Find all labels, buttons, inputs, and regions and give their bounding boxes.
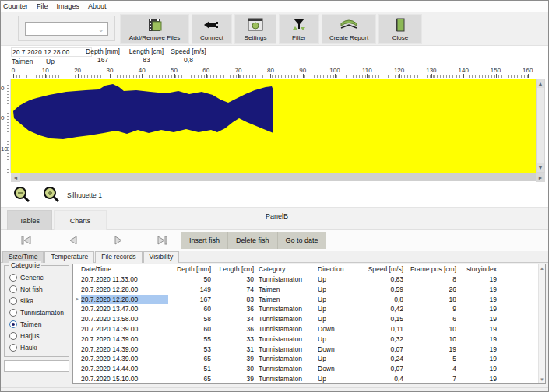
table-cell[interactable]: Up	[318, 285, 358, 295]
column-header-depth-mm-[interactable]: Depth [mm]	[168, 264, 211, 275]
table-cell[interactable]: 20.7.2020 14.44.00	[81, 364, 168, 374]
menu-file[interactable]: File	[34, 2, 55, 10]
table-cell[interactable]: 10	[403, 324, 456, 334]
table-cell[interactable]: 10	[403, 334, 456, 345]
table-cell[interactable]: 39	[211, 374, 254, 384]
close-button[interactable]: Close	[378, 14, 422, 44]
table-cell[interactable]: 34	[211, 314, 254, 324]
category-radio-tunnistamaton[interactable]: Tunnistamaton	[9, 309, 64, 317]
column-header-frame-pos-cm-[interactable]: Frame pos [cm]	[403, 264, 456, 275]
go-to-date-button[interactable]: Go to date	[278, 232, 326, 249]
table-cell[interactable]: 19	[456, 304, 497, 314]
table-cell[interactable]: 19	[456, 295, 497, 305]
table-cell[interactable]: 0,4	[358, 374, 403, 384]
table-cell[interactable]: 19	[403, 345, 456, 355]
table-cell[interactable]: 19	[456, 354, 497, 364]
scroll-right-icon[interactable]: ►	[536, 173, 545, 182]
create-report-button[interactable]: Create Report	[322, 14, 376, 44]
table-cell[interactable]: Up	[318, 314, 358, 324]
category-radio-taimen[interactable]: Taimen	[9, 320, 41, 328]
zoom-in-button[interactable]	[41, 185, 62, 205]
category-extra-box[interactable]	[4, 360, 69, 372]
table-cell[interactable]: 0,07	[358, 364, 403, 374]
scroll-up-icon[interactable]: ▲	[537, 79, 544, 88]
table-row[interactable]: 20.7.2020 15.10.006539TunnistamatonUp0,4…	[73, 374, 545, 384]
table-cell[interactable]: 9	[403, 304, 456, 314]
table-cell[interactable]: 20.7.2020 14.39.00	[81, 324, 168, 334]
table-cell[interactable]: 19	[456, 364, 497, 374]
table-cell[interactable]: Tunnistamaton	[254, 345, 318, 355]
table-cell[interactable]: Down	[318, 345, 358, 355]
table-cell[interactable]: 30	[211, 364, 254, 374]
menu-about[interactable]: About	[86, 2, 113, 10]
silhouette-canvas[interactable]	[11, 79, 536, 173]
filter-button[interactable]: Filter	[279, 14, 319, 44]
silhouette-vscrollbar[interactable]: ▲ ▼	[536, 79, 545, 173]
scroll-left-icon[interactable]: ◄	[11, 173, 20, 182]
table-cell[interactable]: 60	[168, 324, 211, 334]
silhouette-hscrollbar[interactable]: ◄ ►	[11, 173, 545, 181]
table-cell[interactable]: 74	[211, 285, 254, 295]
menu-counter[interactable]: Counter	[1, 2, 34, 10]
table-cell[interactable]: 26	[403, 285, 456, 295]
table-cell[interactable]: Up	[318, 374, 358, 384]
table-cell[interactable]: Up	[318, 354, 358, 364]
table-cell[interactable]: 33	[211, 334, 254, 345]
table-cell[interactable]: 36	[211, 304, 254, 314]
table-cell[interactable]: 20.7.2020 14.39.00	[81, 345, 168, 355]
table-row[interactable]: 20.7.2020 14.39.005533TunnistamatonUp0,3…	[73, 334, 545, 345]
category-radio-harjus[interactable]: Harjus	[9, 332, 40, 340]
table-cell[interactable]: 6	[403, 314, 456, 324]
insert-fish-button[interactable]: Insert fish	[181, 232, 228, 249]
connect-button[interactable]: Connect	[192, 14, 232, 44]
table-cell[interactable]: Down	[318, 364, 358, 374]
table-cell[interactable]: 30	[211, 275, 254, 285]
scroll-down-icon[interactable]: ▼	[537, 163, 544, 172]
table-cell[interactable]: Taimen	[254, 285, 318, 295]
column-header-speed-m-s-[interactable]: Speed [m/s]	[358, 264, 403, 275]
table-cell[interactable]: 50	[168, 275, 211, 285]
table-cell[interactable]: 20.7.2020 11.33.00	[81, 275, 168, 285]
table-cell[interactable]: Tunnistamaton	[254, 275, 318, 285]
table-cell[interactable]: 39	[211, 354, 254, 364]
table-cell[interactable]: 0,11	[358, 324, 403, 334]
menu-images[interactable]: Images	[55, 2, 86, 10]
table-cell[interactable]: 20.7.2020 12.28.00	[81, 295, 168, 305]
settings-button[interactable]: Settings	[234, 14, 276, 44]
category-radio-not-fish[interactable]: Not fish	[9, 285, 43, 293]
table-cell[interactable]: Taimen	[254, 295, 318, 305]
table-cell[interactable]: 53	[168, 345, 211, 355]
table-cell[interactable]: Up	[318, 275, 358, 285]
table-cell[interactable]: 20.7.2020 12.28.00	[81, 285, 168, 295]
subtab-temperature[interactable]: Temperature	[44, 251, 94, 263]
table-cell[interactable]: 7	[403, 374, 456, 384]
zoom-out-button[interactable]	[12, 185, 32, 205]
table-cell[interactable]: 19	[456, 285, 497, 295]
last-record-button[interactable]	[153, 233, 171, 247]
previous-record-button[interactable]	[65, 233, 82, 247]
table-cell[interactable]: Tunnistamaton	[254, 324, 318, 334]
table-row[interactable]: >20.7.2020 12.28.0016783TaimenUp0,81819	[73, 295, 545, 305]
table-cell[interactable]: Tunnistamaton	[254, 374, 318, 384]
table-cell[interactable]: 65	[168, 354, 211, 364]
column-header-category[interactable]: Category	[254, 264, 318, 275]
table-cell[interactable]: 60	[168, 304, 211, 314]
table-cell[interactable]: 19	[456, 275, 497, 285]
table-vscrollbar[interactable]: ▲ ▼	[538, 264, 545, 383]
table-cell[interactable]: 0,8	[358, 295, 403, 305]
table-cell[interactable]: Tunnistamaton	[254, 334, 318, 345]
table-row[interactable]: 20.7.2020 14.39.006036TunnistamatonDown0…	[73, 324, 545, 334]
table-cell[interactable]: 20.7.2020 15.10.00	[81, 374, 168, 384]
table-cell[interactable]: 83	[211, 295, 254, 305]
table-row[interactable]: 20.7.2020 14.44.005130TunnistamatonDown0…	[73, 364, 545, 374]
table-cell[interactable]: 8	[403, 275, 456, 285]
table-cell[interactable]: 65	[168, 374, 211, 384]
table-cell[interactable]: 20.7.2020 14.39.00	[81, 354, 168, 364]
table-cell[interactable]: 0,32	[358, 334, 403, 345]
table-cell[interactable]: 20.7.2020 13.47.00	[81, 304, 168, 314]
table-cell[interactable]: 36	[211, 324, 254, 334]
table-cell[interactable]: Up	[318, 334, 358, 345]
table-cell[interactable]: 20.7.2020 14.39.00	[81, 334, 168, 345]
table-cell[interactable]: 51	[168, 364, 211, 374]
table-scroll-up-icon[interactable]: ▲	[539, 264, 545, 272]
